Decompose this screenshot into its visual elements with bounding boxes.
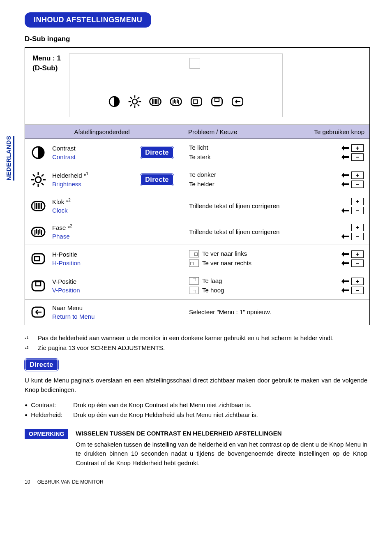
item-label-nl: Contrast	[52, 144, 76, 153]
svg-rect-25	[215, 98, 219, 102]
note-body: Om te schakelen tussen de instelling van…	[76, 440, 367, 468]
hpos-icon	[189, 95, 204, 109]
svg-rect-52	[36, 282, 41, 286]
brightness-icon	[30, 171, 46, 188]
vpos-icon	[30, 278, 46, 294]
problem-text: Trillende tekst of lijnen corrigeren	[189, 227, 279, 237]
item-label-nl: Klok *2	[52, 197, 71, 206]
svg-rect-22	[191, 97, 202, 106]
problem-text: Te ver naar linksTe ver naar rechts	[189, 249, 251, 268]
clock-icon	[30, 198, 46, 214]
contrast-icon	[107, 95, 122, 109]
settings-table: Afstellingsonderdeel Probleem / Keuze Te…	[25, 125, 369, 325]
bullet-item: Contrast:Druk op één van de Knop Contras…	[25, 400, 367, 410]
svg-line-7	[138, 104, 139, 106]
note-tag: OPMERKING	[25, 429, 68, 439]
vpos-icon	[210, 95, 224, 109]
return-icon	[30, 304, 46, 320]
table-row: ContrastContrastDirecteTe lichtTe sterk+…	[25, 139, 369, 166]
table-row: Naar MenuReturn to MenuSelecteer "Menu :…	[25, 299, 369, 325]
menu-title-line2: (D-Sub)	[32, 63, 61, 73]
table-row: H-PositieH-PositionTe ver naar linksTe v…	[25, 245, 369, 272]
item-label-en: Contrast	[52, 153, 76, 161]
return-icon	[230, 95, 245, 109]
svg-line-6	[130, 97, 132, 99]
bullet-item: Helderheid:Druk op één van de Knop Helde…	[25, 410, 367, 420]
button-hint: +−	[341, 171, 364, 188]
section-title: INHOUD AFSTELLINGSMENU	[25, 12, 151, 28]
brightness-icon	[127, 95, 142, 109]
note-heading: WISSELEN TUSSEN DE CONTRAST EN HELDERHEI…	[76, 429, 367, 438]
button-hint: +−	[341, 144, 364, 161]
col-header-problem: Probleem / Keuze	[188, 128, 237, 135]
item-label-en: H-Position	[52, 259, 81, 267]
col-header-item: Afstellingsonderdeel	[25, 125, 179, 139]
note-block: OPMERKING WISSELEN TUSSEN DE CONTRAST EN…	[25, 429, 367, 468]
item-label-nl: V-Positie	[52, 277, 80, 286]
svg-line-9	[138, 97, 139, 99]
table-row: Helderheid *1BrightnessDirecteTe donkerT…	[25, 166, 369, 193]
clock-icon	[148, 95, 163, 109]
button-hint: +−	[341, 250, 364, 267]
item-label-nl: Helderheid *1	[52, 171, 88, 180]
table-row: Fase *2PhaseTrillende tekst of lijnen co…	[25, 219, 369, 245]
directe-badge: Directe	[140, 174, 174, 186]
page-number: 10	[25, 479, 30, 485]
page-footer: 10 GEBRUIK VAN DE MONITOR	[25, 479, 367, 485]
item-label-nl: Naar Menu	[52, 303, 95, 312]
contrast-icon	[30, 144, 46, 161]
problem-text: Te donkerTe helder	[189, 170, 216, 189]
osd-preview-box	[69, 53, 283, 117]
item-label-en: V-Position	[52, 286, 80, 294]
menu-title-line1: Menu : 1	[32, 53, 61, 63]
svg-line-35	[33, 183, 35, 185]
problem-text: Te lichtTe sterk	[189, 143, 211, 162]
osd-cursor-square	[189, 58, 200, 69]
directe-badge: Directe	[140, 146, 174, 159]
footnote: *2Zie pagina 13 voor SCREEN ADJUSTMENTS.	[25, 344, 367, 352]
problem-text: Selecteer "Menu : 1" opnieuw.	[189, 308, 271, 317]
subsection-heading: D-Sub ingang	[25, 35, 367, 43]
problem-text: Te laagTe hoog	[189, 276, 224, 295]
table-row: V-PositieV-PositionTe laagTe hoog+−	[25, 272, 369, 299]
svg-line-8	[130, 104, 132, 106]
phase-icon	[30, 224, 46, 240]
menu-header: Menu : 1 (D-Sub)	[25, 48, 369, 125]
footnote: *1Pas de helderheid aan wanneer u de mon…	[25, 334, 367, 342]
svg-rect-50	[35, 257, 39, 261]
svg-point-1	[132, 99, 137, 104]
directe-badge: Directe	[25, 359, 58, 371]
footer-text: GEBRUIK VAN DE MONITOR	[37, 479, 104, 485]
button-hint: +−	[341, 278, 364, 294]
col-header-button: Te gebruiken knop	[314, 128, 364, 135]
hpos-icon	[30, 250, 46, 267]
item-label-nl: H-Positie	[52, 250, 81, 259]
button-hint: +−	[341, 224, 364, 240]
svg-line-36	[42, 174, 44, 176]
settings-panel: Menu : 1 (D-Sub) Afstellingsonderdeel Pr…	[25, 47, 370, 325]
table-row: Klok *2ClockTrillende tekst of lijnen co…	[25, 193, 369, 219]
item-label-nl: Fase *2	[52, 223, 72, 232]
item-label-en: Clock	[52, 206, 71, 215]
svg-point-28	[35, 177, 41, 183]
table-header-row: Afstellingsonderdeel Probleem / Keuze Te…	[25, 125, 369, 139]
item-label-en: Return to Menu	[52, 312, 95, 321]
directe-bullets: Contrast:Druk op één van de Knop Contras…	[25, 400, 367, 420]
svg-rect-49	[32, 254, 44, 264]
footnotes: *1Pas de helderheid aan wanneer u de mon…	[25, 334, 367, 351]
osd-icon-strip	[107, 95, 245, 109]
button-hint: +−	[341, 198, 364, 214]
svg-rect-23	[193, 100, 197, 104]
item-label-en: Brightness	[52, 180, 88, 188]
problem-text: Trillende tekst of lijnen corrigeren	[189, 202, 279, 211]
language-tab: NEDERLANDS	[4, 133, 15, 183]
phase-icon	[168, 95, 183, 109]
svg-line-33	[33, 174, 35, 176]
directe-description: U kunt de Menu pagina's overslaan en een…	[25, 376, 367, 394]
svg-line-34	[42, 183, 44, 185]
item-label-en: Phase	[52, 232, 72, 241]
